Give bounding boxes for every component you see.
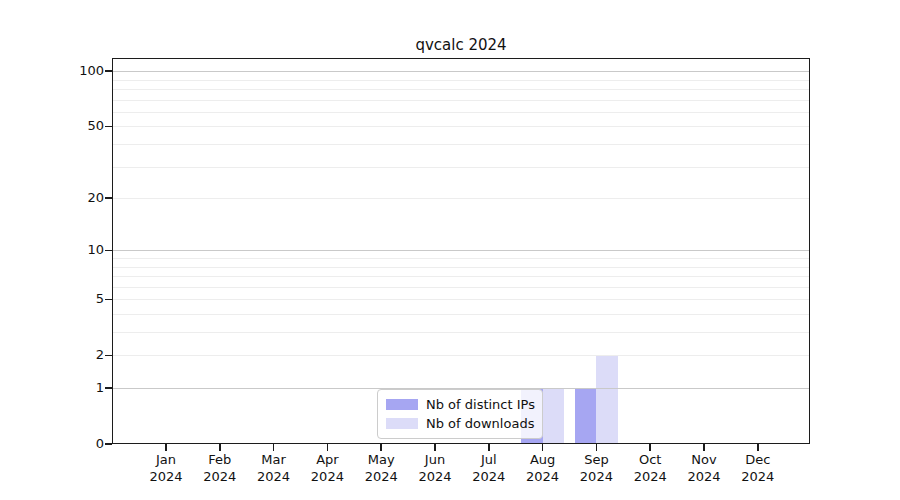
minor-gridline-30 [112,167,810,168]
y-tickmark-5 [105,299,112,301]
x-tickmark-oct [649,444,651,451]
x-tickmark-sep [596,444,598,451]
plot-area: Nb of distinct IPsNb of downloads [112,58,810,444]
x-tick-label-dec: Dec 2024 [726,451,790,485]
x-tickmark-nov [703,444,705,451]
y-tickmark-100 [105,70,112,72]
x-tickmark-jun [434,444,436,451]
y-tick-label-100: 100 [44,63,104,79]
major-gridline-10 [112,250,810,251]
minor-gridline-80 [112,89,810,90]
minor-gridline-70 [112,100,810,101]
legend-label-1: Nb of downloads [426,416,534,431]
y-tickmark-50 [105,126,112,128]
y-tickmark-0 [105,443,112,445]
x-tickmark-feb [219,444,221,451]
grid-layer [112,58,810,444]
minor-gridline-50 [112,126,810,127]
minor-gridline-20 [112,198,810,199]
minor-gridline-40 [112,144,810,145]
minor-gridline-6 [112,287,810,288]
legend-entry-0: Nb of distinct IPs [386,397,534,412]
minor-gridline-3 [112,332,810,333]
major-gridline-100 [112,71,810,72]
minor-gridline-2 [112,355,810,356]
minor-gridline-7 [112,276,810,277]
y-tickmark-10 [105,250,112,252]
chart-title: qvcalc 2024 [112,36,810,54]
x-tickmark-jul [488,444,490,451]
x-tickmark-apr [327,444,329,451]
legend: Nb of distinct IPsNb of downloads [377,389,543,439]
y-tick-label-2: 2 [44,347,104,363]
y-tick-label-5: 5 [44,291,104,307]
x-tickmark-jan [165,444,167,451]
legend-swatch-1 [386,418,418,429]
y-tick-label-0: 0 [44,436,104,452]
y-tickmark-2 [105,355,112,357]
minor-gridline-60 [112,112,810,113]
x-tickmark-may [380,444,382,451]
minor-gridline-9 [112,258,810,259]
y-tick-label-1: 1 [44,380,104,396]
y-tick-label-10: 10 [44,242,104,258]
y-tickmark-20 [105,197,112,199]
minor-gridline-90 [112,80,810,81]
minor-gridline-5 [112,299,810,300]
y-tickmark-1 [105,387,112,389]
y-tick-label-50: 50 [44,118,104,134]
legend-swatch-0 [386,399,418,410]
x-tickmark-aug [542,444,544,451]
x-tickmark-mar [273,444,275,451]
minor-gridline-4 [112,314,810,315]
minor-gridline-8 [112,267,810,268]
legend-entry-1: Nb of downloads [386,416,534,431]
y-tick-label-20: 20 [44,190,104,206]
chart-figure: qvcalc 2024 Nb of distinct IPsNb of down… [0,0,900,500]
legend-label-0: Nb of distinct IPs [426,397,535,412]
x-tickmark-dec [757,444,759,451]
